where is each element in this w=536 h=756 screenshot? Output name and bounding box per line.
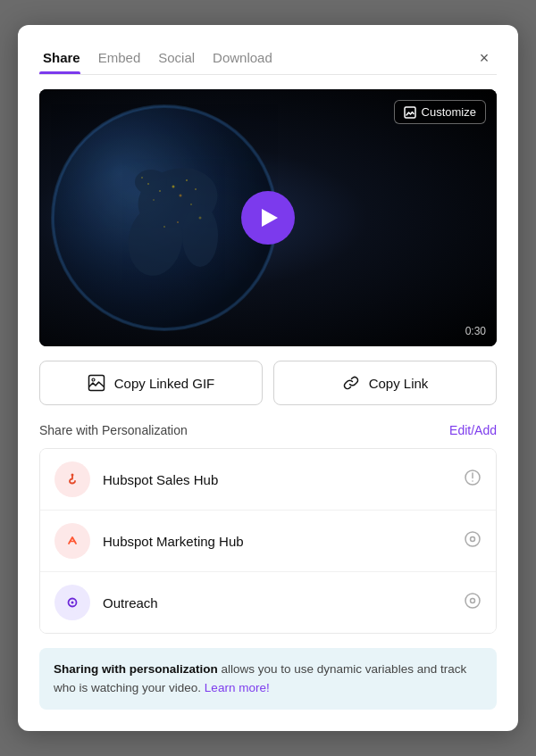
svg-point-16 [199,217,202,220]
edit-add-link[interactable]: Edit/Add [449,423,497,437]
integration-outreach: Outreach [40,572,496,633]
svg-point-29 [465,532,480,546]
integration-hubspot-marketing: Hubspot Marketing Hub [40,511,496,572]
svg-rect-22 [88,376,104,391]
customize-button[interactable]: Customize [394,100,486,124]
tab-share[interactable]: Share [39,43,95,74]
svg-point-27 [472,480,473,482]
svg-point-6 [135,170,167,195]
svg-point-25 [71,474,74,477]
info-box: Sharing with personalization allows you … [39,648,497,710]
svg-point-7 [172,186,175,188]
share-modal: Share Embed Social Download × [18,25,518,731]
outreach-icon [54,585,90,620]
svg-point-12 [147,183,149,185]
tab-download[interactable]: Download [209,43,287,74]
learn-more-link[interactable]: Learn more! [205,681,270,694]
svg-point-23 [92,378,95,381]
svg-point-17 [141,177,143,179]
close-button[interactable]: × [472,46,497,71]
share-personalization-title: Share with Personalization [39,423,188,437]
video-player: Customize 0:30 [39,89,497,346]
hubspot-sales-name: Hubspot Sales Hub [103,472,451,487]
svg-point-15 [153,199,155,201]
svg-point-11 [190,204,192,205]
svg-point-8 [186,179,188,181]
action-buttons: Copy Linked GIF Copy Link [39,361,497,405]
video-duration: 0:30 [465,325,486,337]
integration-hubspot-sales: Hubspot Sales Hub [40,449,496,511]
customize-label: Customize [422,105,476,119]
copy-linked-gif-label: Copy Linked GIF [114,376,215,391]
svg-rect-21 [405,107,415,118]
share-personalization-header: Share with Personalization Edit/Add [39,423,497,437]
tab-social[interactable]: Social [155,43,209,74]
svg-point-34 [465,594,480,608]
copy-linked-gif-button[interactable]: Copy Linked GIF [39,361,263,405]
svg-point-18 [195,188,197,190]
hubspot-marketing-logo [63,531,82,551]
tab-embed[interactable]: Embed [95,43,155,74]
svg-point-9 [159,190,161,192]
tab-bar: Share Embed Social Download [39,43,287,74]
svg-point-13 [163,226,165,228]
modal-header: Share Embed Social Download × [39,43,497,74]
svg-point-35 [471,598,475,602]
hubspot-marketing-status[interactable] [464,530,482,552]
tab-divider [39,74,497,75]
integration-list: Hubspot Sales Hub H [39,448,497,634]
hubspot-sales-logo [63,469,82,489]
copy-link-label: Copy Link [369,376,429,391]
link-icon [342,374,360,392]
play-button[interactable] [241,191,295,245]
outreach-logo [63,593,82,612]
modal-overlay: Share Embed Social Download × [0,0,536,756]
svg-point-33 [71,602,74,604]
svg-point-14 [177,221,179,223]
info-bold-text: Sharing with personalization [54,662,218,676]
copy-link-button[interactable]: Copy Link [273,361,497,405]
customize-icon [404,106,416,119]
image-icon [88,374,105,392]
hubspot-sales-status[interactable] [464,469,482,491]
svg-point-5 [182,204,218,267]
hubspot-sales-icon [54,461,90,497]
outreach-name: Outreach [103,595,451,611]
svg-point-30 [471,536,475,541]
svg-point-10 [180,195,182,197]
hubspot-marketing-name: Hubspot Marketing Hub [103,534,451,549]
outreach-status[interactable] [464,592,482,614]
hubspot-marketing-icon [54,523,90,559]
